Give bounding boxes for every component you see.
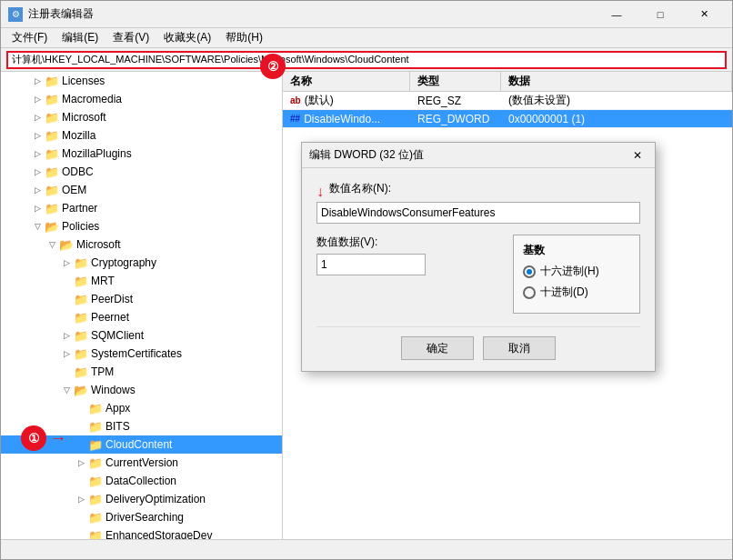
tree-label-cryptography: Cryptography (91, 256, 156, 269)
cell-name-disablewindows-label: DisableWindo... (304, 113, 380, 125)
expand-cryptography[interactable]: ▷ (59, 255, 74, 270)
tree-item-bits[interactable]: 📁 BITS (1, 417, 282, 435)
table-row-default[interactable]: ab (默认) REG_SZ (数值未设置) (283, 92, 732, 110)
radio-hex-circle[interactable] (523, 265, 536, 278)
tree-item-currentversion[interactable]: ▷ 📁 CurrentVersion (1, 454, 282, 472)
tree-label-mozilla: Mozilla (62, 129, 95, 142)
cell-name-default: ab (默认) (283, 93, 410, 108)
tree-item-odbc[interactable]: ▷ 📁 ODBC (1, 163, 282, 181)
dialog-ok-button[interactable]: 确定 (401, 336, 474, 360)
tree-item-partner[interactable]: ▷ 📁 Partner (1, 199, 282, 217)
tree-item-peerdist[interactable]: 📁 PeerDist (1, 290, 282, 308)
expand-odbc[interactable]: ▷ (30, 165, 45, 179)
expand-policies[interactable]: ▽ (30, 219, 45, 234)
maximize-button[interactable]: □ (639, 1, 681, 28)
tree-label-deliveryoptimization: DeliveryOptimization (105, 493, 206, 505)
tree-item-sqmclient[interactable]: ▷ 📁 SQMClient (1, 326, 282, 345)
tree-label-microsoft: Microsoft (76, 238, 121, 251)
expand-sqmclient[interactable]: ▷ (59, 328, 74, 343)
tree-item-datacollection[interactable]: 📁 DataCollection (1, 472, 282, 490)
expand-oem[interactable]: ▷ (30, 183, 45, 197)
tree-item-policies[interactable]: ▽ 📂 Policies (1, 217, 282, 235)
menu-file[interactable]: 文件(F) (5, 28, 55, 47)
tree-item-driversearching[interactable]: 📁 DriverSearching (1, 508, 282, 526)
tree-label-partner: Partner (62, 202, 97, 215)
tree-item-enhancedstoragedev[interactable]: 📁 EnhancedStorageDev (1, 526, 282, 539)
dialog-data-input[interactable] (316, 254, 426, 275)
table-row-disablewindows[interactable]: ## DisableWindo... REG_DWORD 0x00000001 … (283, 110, 732, 128)
tree-item-windows[interactable]: ▽ 📂 Windows (1, 381, 282, 399)
tree-item-peernet[interactable]: 📁 Peernet (1, 308, 282, 326)
tree-item-mrt[interactable]: 📁 MRT (1, 272, 282, 290)
tree-label-systemcertificates: SystemCertificates (91, 347, 182, 360)
tree-label-microsoft-root: Microsoft (62, 111, 106, 124)
dialog-name-label: 数值名称(N): (329, 181, 391, 196)
tree-label-peerdist: PeerDist (91, 293, 133, 305)
folder-icon: 📂 (59, 238, 74, 252)
radio-hex-label: 十六进制(H) (540, 264, 599, 279)
expand-partner[interactable]: ▷ (30, 201, 45, 215)
address-path[interactable]: 计算机\HKEY_LOCAL_MACHINE\SOFTWARE\Policies… (6, 51, 727, 69)
tree-label-mrt: MRT (91, 275, 115, 287)
expand-mozilla[interactable]: ▷ (30, 128, 45, 143)
expand-microsoft-root[interactable]: ▷ (30, 110, 45, 125)
tree-item-deliveryoptimization[interactable]: ▷ 📁 DeliveryOptimization (1, 490, 282, 508)
dialog-cancel-button[interactable]: 取消 (483, 336, 556, 360)
expand-licenses[interactable]: ▷ (30, 74, 45, 88)
minimize-button[interactable]: — (596, 1, 638, 28)
tree-item-microsoft[interactable]: ▽ 📂 Microsoft (1, 235, 282, 254)
menu-edit[interactable]: 编辑(E) (55, 28, 105, 47)
menu-favorites[interactable]: 收藏夹(A) (156, 28, 218, 47)
close-button[interactable]: ✕ (683, 1, 725, 28)
statusbar (1, 539, 732, 559)
dialog-data-label: 数值数据(V): (316, 235, 502, 250)
cell-name-disablewindows: ## DisableWindo... (283, 113, 410, 125)
expand-windows[interactable]: ▽ (59, 383, 74, 397)
expand-microsoft[interactable]: ▽ (45, 237, 59, 252)
folder-icon: 📁 (88, 475, 103, 488)
titlebar-left: ⚙ 注册表编辑器 (8, 6, 94, 22)
tree-label-appx: Appx (105, 402, 130, 415)
tree-label-sqmclient: SQMClient (91, 329, 144, 342)
menu-view[interactable]: 查看(V) (105, 28, 156, 47)
tree-item-mozilla[interactable]: ▷ 📁 Mozilla (1, 126, 282, 145)
radio-dec-circle[interactable] (523, 286, 536, 299)
tree-item-cloudcontent[interactable]: 📁 CloudContent (1, 435, 282, 454)
expand-macromedia[interactable]: ▷ (30, 92, 45, 106)
tree-item-cryptography[interactable]: ▷ 📁 Cryptography (1, 254, 282, 272)
tree-item-appx[interactable]: 📁 Appx (1, 399, 282, 417)
tree-item-tpm[interactable]: 📁 TPM (1, 363, 282, 381)
tree-item-licenses[interactable]: ▷ 📁 Licenses (1, 72, 282, 90)
app-icon: ⚙ (8, 7, 23, 22)
tree-label-windows: Windows (91, 384, 136, 396)
dialog-name-input[interactable] (316, 202, 640, 224)
folder-icon: 📁 (88, 529, 103, 540)
expand-currentversion[interactable]: ▷ (74, 455, 88, 470)
menu-help[interactable]: 帮助(H) (218, 28, 270, 47)
tree-item-oem[interactable]: ▷ 📁 OEM (1, 181, 282, 199)
dialog-titlebar: 编辑 DWORD (32 位)值 ✕ (302, 143, 655, 168)
folder-icon: 📂 (74, 384, 88, 397)
menubar: 文件(F) 编辑(E) 查看(V) 收藏夹(A) 帮助(H) (1, 28, 732, 48)
dialog-base-section: 基数 十六进制(H) 十进制(D) (513, 235, 640, 314)
tree-item-macromedia[interactable]: ▷ 📁 Macromedia (1, 90, 282, 108)
expand-systemcertificates[interactable]: ▷ (59, 346, 74, 361)
tree-label-enhancedstoragedev: EnhancedStorageDev (105, 529, 212, 539)
dialog-buttons: 确定 取消 (316, 326, 640, 360)
dialog-close-button[interactable]: ✕ (628, 145, 648, 165)
tree-label-datacollection: DataCollection (105, 475, 176, 487)
folder-icon: 📁 (88, 438, 103, 452)
window-title: 注册表编辑器 (28, 6, 94, 22)
tree-item-mozillaplugins[interactable]: ▷ 📁 MozillaPlugins (1, 145, 282, 163)
tree-label-mozillaplugins: MozillaPlugins (62, 147, 132, 160)
tree-item-microsoft-root[interactable]: ▷ 📁 Microsoft (1, 108, 282, 126)
expand-mozillaplugins[interactable]: ▷ (30, 146, 45, 161)
folder-icon: 📁 (88, 402, 103, 415)
radio-hex-item[interactable]: 十六进制(H) (523, 264, 630, 279)
expand-deliveryoptimization[interactable]: ▷ (74, 492, 88, 506)
folder-icon: 📁 (74, 256, 88, 270)
radio-dec-item[interactable]: 十进制(D) (523, 285, 630, 300)
tree-item-systemcertificates[interactable]: ▷ 📁 SystemCertificates (1, 345, 282, 363)
tree-label-tpm: TPM (91, 365, 114, 378)
folder-icon: 📁 (45, 202, 59, 215)
